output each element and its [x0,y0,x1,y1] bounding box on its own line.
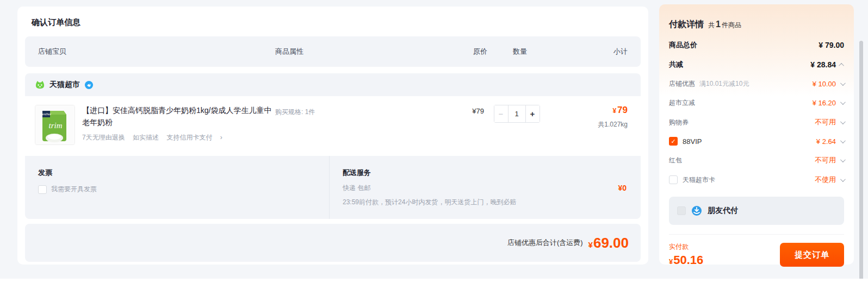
product-service-links[interactable]: 7天无理由退换 如实描述 支持信用卡支付 › [82,133,272,142]
red-packet-toggle[interactable]: 不可用 [815,155,844,165]
delivery-note: 23:59前付款，预计24小时内发货，明天送货上门，晚到必赔 [343,198,628,207]
total-discount-toggle[interactable]: ¥ 28.84 [810,60,844,69]
friend-pay-icon [691,205,702,216]
payment-panel: 付款详情 共1件商品 商品总价 ¥ 79.00 共减 ¥ 28.84 店铺优惠 … [659,4,854,265]
invoice-title: 发票 [38,168,316,178]
shop-total-amount: 69.00 [593,235,629,251]
voucher-value: 不可用 [815,117,836,127]
submit-order-button[interactable]: 提交订单 [780,243,844,267]
chevron-down-icon [840,99,846,105]
header-qty: 数量 [487,47,553,56]
row-goods-total: 商品总价 ¥ 79.00 [669,40,844,50]
product-original-price: ¥79 [435,105,484,145]
quantity-cell: − + [484,105,549,145]
product-main: anchor trim 【进口】安佳高钙脱脂青少年奶粉1kg/袋成人学生儿童中老… [35,105,275,145]
order-table-header: 店铺宝贝 商品属性 原价 数量 小计 [25,36,641,67]
subtotal-amount: 79 [617,105,628,115]
svg-text:trim: trim [48,121,62,130]
checkout-page: 确认订单信息 店铺宝贝 商品属性 原价 数量 小计 天猫超市 [0,0,868,279]
row-total-discount: 共减 ¥ 28.84 [669,60,844,70]
supermarket-card-value: 不使用 [815,175,836,185]
actual-payment-currency: ¥ [669,257,673,266]
row-market-discount: 超市立减 ¥ 16.20 [669,98,844,108]
shop-total-price: ¥69.00 [588,235,629,251]
count-suffix: 件商品 [722,21,741,29]
milk-powder-bag-image: anchor trim [35,105,75,145]
friend-pay-box: 朋友代付 [669,197,844,225]
delivery-method-row: 快递 包邮 ¥0 [343,184,628,193]
count-prefix: 共 [708,21,715,29]
invoice-checkbox[interactable] [38,185,47,194]
market-discount-toggle[interactable]: ¥ 16.20 [813,99,844,107]
vip-checkbox-checked[interactable]: ✓ [669,137,678,146]
quantity-increase-button[interactable]: + [526,105,540,122]
voucher-toggle[interactable]: 不可用 [815,117,844,127]
store-row: 天猫超市 [25,73,641,96]
product-info: 【进口】安佳高钙脱脂青少年奶粉1kg/袋成人学生儿童中老年奶粉 7天无理由退换 … [82,105,272,145]
store-name[interactable]: 天猫超市 [49,80,80,90]
shop-coupon-value: ¥ 10.00 [813,80,836,88]
page-scrollbar[interactable] [859,41,863,279]
invoice-section: 发票 我需要开具发票 [25,156,330,219]
delivery-section: 配送服务 快递 包邮 ¥0 23:59前付款，预计24小时内发货，明天送货上门，… [330,156,641,219]
shop-coupon-toggle[interactable]: ¥ 10.00 [813,80,844,88]
market-discount-label: 超市立减 [669,98,695,108]
subtotal-currency: ¥ [612,107,616,115]
chevron-down-icon [840,80,846,86]
order-title: 确认订单信息 [25,7,641,36]
supermarket-card-checkbox[interactable] [669,175,678,184]
product-spec: 购买规格: 1件 [275,105,435,145]
goods-total-label: 商品总价 [669,40,697,50]
voucher-label: 购物券 [669,118,689,127]
vip-label: 88VIP [683,137,702,146]
quantity-input[interactable] [508,105,526,122]
friend-pay-checkbox[interactable] [677,206,686,215]
actual-payment-price: ¥50.16 [669,253,703,267]
supermarket-card-toggle[interactable]: 不使用 [815,175,844,185]
service-return[interactable]: 7天无理由退换 [82,134,125,141]
chevron-down-icon [840,138,846,143]
row-red-packet: 红包 不可用 [669,155,844,165]
chevron-down-icon [840,119,846,124]
invoice-option-label: 我需要开具发票 [51,185,97,194]
shop-total-currency: ¥ [588,240,593,249]
row-shopping-voucher: 购物券 不可用 [669,117,844,127]
delivery-fee: ¥0 [618,184,628,193]
chevron-down-icon [840,157,846,162]
vip-toggle[interactable]: ¥ 2.64 [816,137,844,146]
subtotal-cell: ¥79 共1.027kg [549,105,628,145]
shop-block: 天猫超市 anchor t [25,73,641,219]
svg-text:anchor: anchor [41,112,51,116]
delivery-method: 快递 包邮 [343,184,370,193]
shop-coupon-label: 店铺优惠 [669,79,695,89]
subtotal-weight: 共1.027kg [549,120,628,129]
actual-payment-label: 实付款 [669,242,703,251]
supermarket-card-label: 天猫超市卡 [683,175,715,185]
total-discount-label: 共减 [669,60,683,70]
service-describe[interactable]: 如实描述 [133,134,159,141]
shop-total-label: 店铺优惠后合计(含运费) [507,238,583,248]
vip-value: ¥ 2.64 [816,137,836,146]
chevron-down-icon [840,177,846,182]
invoice-option-row: 我需要开具发票 [38,185,316,194]
goods-total-value-box: ¥ 79.00 [819,41,844,49]
chevron-up-icon [839,62,844,68]
row-88vip: ✓ 88VIP ¥ 2.64 [669,137,844,146]
service-credit[interactable]: 支持信用卡支付 [166,134,212,141]
product-image[interactable]: anchor trim [35,105,75,145]
actual-payment-block: 实付款 ¥50.16 [669,242,703,267]
chevron-right-icon: › [220,134,222,141]
row-shop-coupon: 店铺优惠 满10.01元减10元 ¥ 10.00 [669,79,844,89]
count-number: 1 [716,20,721,29]
wangwang-chat-icon[interactable] [84,80,94,90]
friend-pay-label: 朋友代付 [708,206,738,216]
invoice-delivery-section: 发票 我需要开具发票 配送服务 快递 包邮 ¥0 23:59前付款，预计24小时… [25,156,641,219]
header-item: 店铺宝贝 [38,47,275,56]
product-title[interactable]: 【进口】安佳高钙脱脂青少年奶粉1kg/袋成人学生儿童中老年奶粉 [82,105,272,128]
shop-coupon-note: 满10.01元减10元 [699,79,749,89]
delivery-title: 配送服务 [343,168,628,178]
quantity-decrease-button[interactable]: − [494,105,508,122]
actual-payment-amount: 50.16 [673,253,703,267]
shop-total-row: 店铺优惠后合计(含运费) ¥69.00 [25,224,641,262]
goods-total-value: ¥ 79.00 [819,41,844,49]
